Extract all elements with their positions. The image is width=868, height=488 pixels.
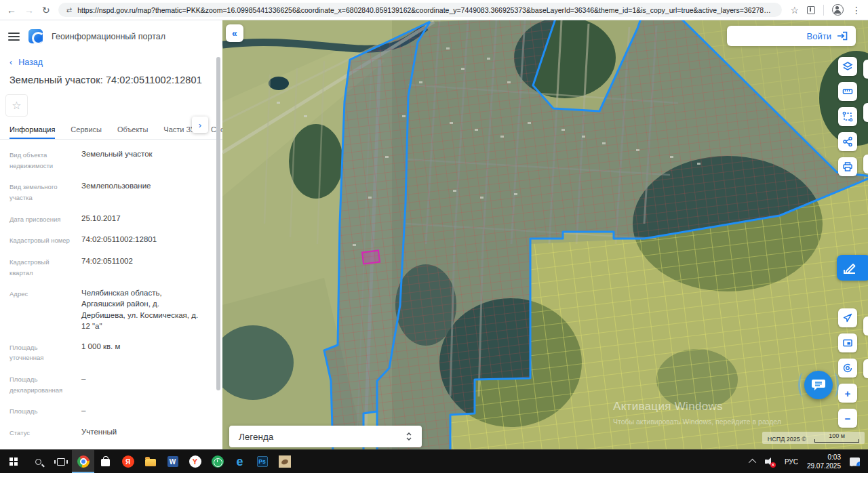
map-attribution: НСПД 2025 © 100 м	[762, 432, 865, 444]
browser-reload-icon[interactable]: ↻	[42, 5, 50, 15]
chat-button[interactable]	[804, 371, 833, 399]
field-row: Кадастровый номер74:02:0511002:12801	[9, 234, 203, 246]
browser-forward-icon[interactable]: →	[24, 5, 34, 15]
field-label: Кадастровый номер	[9, 234, 72, 246]
windows-taskbar: Я W Y e Ps × РУС	[0, 449, 868, 473]
map-toolbar-top	[838, 57, 857, 176]
clock[interactable]: 0:03 29.07.2025	[807, 453, 841, 470]
back-chevron-icon: ‹	[9, 58, 12, 67]
portal-title: Геоинформационный портал	[52, 32, 165, 41]
taskbar-search-button[interactable]	[27, 450, 50, 473]
map-viewport[interactable]: « Войти	[222, 20, 868, 449]
tab-services[interactable]: Сервисы	[71, 125, 102, 139]
field-value: Учтенный	[81, 426, 117, 439]
field-row: Кадастровый квартал74:02:0511002	[9, 256, 203, 278]
printer-icon	[842, 161, 853, 172]
select-area-button[interactable]	[838, 107, 857, 126]
taskbar-green-app[interactable]	[206, 450, 229, 473]
tab-parts-zu[interactable]: Части ЗУ	[163, 125, 195, 139]
tab-objects[interactable]: Объекты	[117, 125, 148, 139]
notification-center-icon[interactable]: 1	[850, 458, 860, 466]
field-label: Площадь уточненная	[9, 341, 72, 363]
print-button[interactable]	[838, 157, 857, 176]
bookmark-star-icon[interactable]: ☆	[790, 5, 799, 15]
field-row: Вид земельного участкаЗемлепользование	[9, 180, 203, 203]
task-view-button[interactable]	[50, 450, 72, 473]
satellite-map[interactable]	[222, 20, 868, 449]
layers-button[interactable]	[838, 57, 857, 76]
measure-button[interactable]	[838, 82, 857, 101]
tray-chevron-up-icon[interactable]	[749, 459, 756, 466]
map-toolbar-bottom: + −	[838, 308, 857, 428]
downloads-icon[interactable]	[807, 6, 815, 14]
location-arrow-icon	[842, 312, 853, 323]
field-row: Площадь–	[9, 405, 203, 417]
yandex-icon: Я	[122, 455, 134, 468]
browser-menu-icon[interactable]: ⋮	[852, 5, 861, 15]
login-arrow-icon	[837, 31, 848, 41]
taskbar-word[interactable]: W	[161, 450, 184, 473]
collapse-panel-button[interactable]: «	[226, 24, 243, 42]
nspd-logo	[28, 29, 43, 43]
locate-me-button[interactable]	[838, 308, 857, 327]
browser-back-icon[interactable]: ←	[7, 5, 16, 15]
hamburger-menu-icon[interactable]	[8, 33, 20, 41]
url-text[interactable]: https://nspd.gov.ru/map?thematic=PKK&zoo…	[77, 6, 774, 14]
start-button[interactable]	[0, 450, 27, 473]
field-value: 1 000 кв. м	[81, 341, 120, 363]
field-rows: Вид объекта недвижимостиЗемельный участо…	[0, 140, 222, 449]
game-app-icon	[279, 455, 291, 468]
back-label: Назад	[18, 58, 43, 67]
field-label: Вид объекта недвижимости	[9, 148, 72, 171]
taskbar-chrome-active[interactable]	[72, 450, 94, 473]
taskbar-yandex-app[interactable]: Я	[117, 450, 139, 473]
mute-badge: ×	[770, 462, 776, 468]
taskbar-yandex-browser[interactable]: Y	[184, 450, 206, 473]
zoom-in-button[interactable]: +	[838, 384, 857, 403]
selected-parcel-highlight[interactable]	[362, 251, 380, 264]
star-icon: ☆	[12, 99, 21, 112]
field-label: Статус	[9, 426, 72, 439]
copyright-label: НСПД 2025 ©	[768, 436, 806, 443]
parcel-title: Земельный участок: 74:02:0511002:12801	[0, 67, 222, 85]
taskbar-store[interactable]	[94, 450, 117, 473]
field-row: СтатусУчтенный	[9, 426, 203, 439]
notification-badge: 1	[856, 462, 864, 469]
edge-panel-sliver	[863, 317, 868, 336]
system-tray: × РУС 0:03 29.07.2025 1	[751, 450, 868, 473]
taskbar-edge[interactable]: e	[229, 450, 251, 473]
field-label: Дата присвоения	[9, 213, 72, 225]
legend-bar[interactable]: Легенда	[229, 426, 422, 447]
login-button[interactable]: Войти	[727, 26, 856, 46]
back-link[interactable]: ‹ Назад	[0, 49, 222, 67]
tab-scroll-button[interactable]: ›	[192, 117, 208, 133]
overview-map-button[interactable]	[838, 333, 857, 352]
microsoft-store-icon	[101, 459, 110, 466]
folder-icon	[145, 459, 156, 466]
panel-scrollbar[interactable]	[216, 20, 220, 449]
taskbar-photoshop[interactable]: Ps	[251, 450, 273, 473]
tab-information[interactable]: Информация	[9, 125, 55, 139]
layers-icon	[842, 61, 853, 72]
profile-avatar-icon[interactable]	[832, 4, 844, 16]
scrollbar-thumb[interactable]	[216, 57, 220, 390]
share-button[interactable]	[838, 132, 857, 151]
field-label: Площадь декларированная	[9, 373, 72, 395]
screen: ← → ↻ ⇄ https://nspd.gov.ru/map?thematic…	[0, 0, 868, 488]
edge-panel-sliver	[863, 60, 868, 79]
yandex-browser-icon: Y	[189, 455, 201, 468]
field-row: Вид объекта недвижимостиЗемельный участо…	[9, 148, 203, 171]
language-indicator[interactable]: РУС	[785, 458, 798, 466]
coordinate-search-button[interactable]	[838, 359, 857, 378]
photoshop-icon: Ps	[257, 456, 268, 467]
draw-tool-button-active[interactable]	[837, 255, 868, 281]
taskbar-game-app[interactable]	[273, 450, 296, 473]
site-info-icon[interactable]: ⇄	[66, 6, 72, 14]
field-value: 74:02:0511002	[81, 256, 133, 278]
edge-icon: e	[236, 455, 243, 468]
favorite-button[interactable]: ☆	[5, 94, 28, 117]
volume-muted-icon[interactable]: ×	[765, 458, 776, 466]
taskbar-file-explorer[interactable]	[139, 450, 161, 473]
address-bar[interactable]: ⇄ https://nspd.gov.ru/map?thematic=PKK&z…	[58, 3, 783, 17]
field-label: Площадь	[9, 405, 72, 417]
